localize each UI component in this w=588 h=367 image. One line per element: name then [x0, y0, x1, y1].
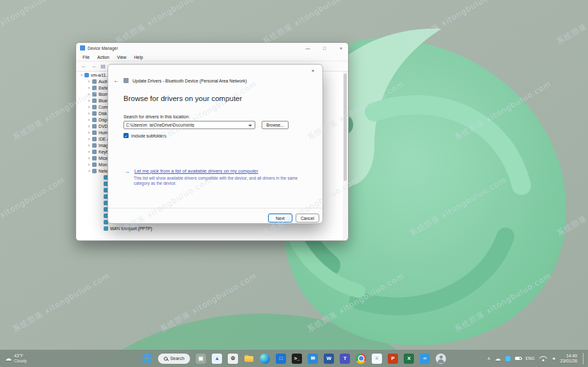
- include-subfolders-row[interactable]: ✓ Include subfolders: [123, 133, 166, 138]
- device-category-icon: [92, 118, 97, 122]
- weather-widget[interactable]: ☁ 43°F Cloudy: [5, 354, 27, 363]
- device-category-icon: [92, 162, 97, 167]
- chevron-expanded-icon[interactable]: ›: [79, 72, 84, 77]
- dialog-close-button[interactable]: ×: [303, 65, 322, 76]
- store-icon[interactable]: □: [276, 354, 286, 364]
- chevron-collapsed-icon[interactable]: ›: [86, 98, 91, 103]
- show-desktop-button[interactable]: [583, 353, 584, 364]
- search-icon: [164, 357, 168, 361]
- menu-action[interactable]: Action: [93, 55, 113, 59]
- word-icon[interactable]: W: [324, 354, 334, 364]
- cancel-button[interactable]: Cancel: [296, 214, 319, 223]
- device-category-icon: [92, 92, 97, 97]
- location-label: Search for drivers in this location:: [123, 114, 190, 119]
- tree-scrollbar[interactable]: [343, 72, 347, 240]
- tree-item-label: vm-w11...: [91, 73, 109, 77]
- chevron-collapsed-icon[interactable]: ›: [86, 105, 91, 109]
- desktop: Device Manager — □ × File Action View He…: [0, 0, 588, 367]
- chevron-collapsed-icon[interactable]: ›: [86, 92, 91, 97]
- taskbar-center-apps: Search ▣▲⚙□>_✉WT≡PX‹›: [142, 354, 446, 364]
- bluetooth-icon[interactable]: [505, 356, 511, 361]
- chevron-collapsed-icon[interactable]: ›: [86, 130, 91, 135]
- maximize-button[interactable]: □: [317, 43, 331, 53]
- device-category-icon: [92, 105, 97, 109]
- chevron-collapsed-icon[interactable]: ›: [86, 118, 91, 122]
- device-category-icon: [92, 130, 97, 135]
- forward-icon[interactable]: →: [90, 63, 97, 70]
- battery-icon[interactable]: [515, 357, 521, 361]
- device-category-icon: [92, 79, 97, 84]
- driver-location-combobox[interactable]: C:\Users\m_la\OneDrive\Documents: [123, 121, 255, 129]
- menu-view[interactable]: View: [113, 55, 131, 59]
- weather-condition: Cloudy: [14, 359, 27, 363]
- browse-button[interactable]: Browse...: [262, 121, 289, 129]
- back-arrow-icon[interactable]: ←: [113, 77, 120, 84]
- mail-icon[interactable]: ✉: [308, 354, 318, 364]
- update-drivers-dialog[interactable]: × ← Update Drivers - Bluetooth Device (P…: [107, 64, 323, 224]
- back-icon[interactable]: ←: [80, 63, 88, 70]
- driver-icon: [123, 78, 129, 83]
- scrollbar-thumb[interactable]: [344, 74, 347, 181]
- file-explorer-icon[interactable]: [244, 354, 254, 364]
- chevron-collapsed-icon[interactable]: ›: [86, 156, 91, 160]
- chevron-collapsed-icon[interactable]: ›: [86, 111, 91, 116]
- start-button[interactable]: [142, 354, 152, 364]
- computer-icon: [84, 73, 89, 77]
- include-subfolders-checkbox[interactable]: ✓: [123, 133, 129, 138]
- dialog-footer: Next Cancel: [108, 208, 322, 224]
- chrome-icon[interactable]: [356, 354, 366, 364]
- menu-help[interactable]: Help: [130, 55, 147, 59]
- show-tree-icon[interactable]: ▤: [99, 63, 107, 70]
- device-manager-app-icon: [80, 45, 85, 51]
- network-adapter-item[interactable]: WAN Miniport (PPTP): [76, 225, 343, 231]
- dialog-heading: Browse for drivers on your computer: [123, 95, 242, 102]
- pick-from-list-description: This list will show available drivers co…: [134, 176, 308, 186]
- devmgr-menubar: File Action View Help: [76, 53, 348, 61]
- next-button[interactable]: Next: [268, 214, 292, 223]
- network-icon[interactable]: [539, 355, 547, 361]
- volume-icon[interactable]: ◄: [552, 356, 556, 361]
- cloud-icon: ☁: [5, 355, 12, 362]
- device-category-icon: [92, 111, 97, 116]
- vscode-icon[interactable]: ‹›: [420, 354, 430, 364]
- user-account-icon[interactable]: [436, 354, 446, 364]
- devmgr-titlebar[interactable]: Device Manager — □ ×: [76, 43, 348, 53]
- terminal-icon[interactable]: >_: [292, 354, 302, 364]
- minimize-button[interactable]: —: [301, 43, 315, 53]
- hidden-icons-chevron-icon[interactable]: ∧: [487, 356, 490, 361]
- chevron-collapsed-icon[interactable]: ›: [86, 150, 91, 154]
- chevron-collapsed-icon[interactable]: ›: [86, 162, 91, 167]
- task-view-icon[interactable]: ▣: [196, 354, 206, 364]
- search-box[interactable]: Search: [158, 354, 190, 364]
- weather-temp: 43°F: [14, 354, 27, 359]
- pick-from-list-option[interactable]: → Let me pick from a list of available d…: [123, 168, 258, 174]
- language-indicator[interactable]: ENG: [526, 356, 535, 361]
- photos-icon[interactable]: ▲: [212, 354, 222, 364]
- chevron-down-icon[interactable]: [248, 125, 252, 127]
- clock-date: 23/01/26: [560, 359, 577, 364]
- device-category-icon: [92, 86, 97, 90]
- close-button[interactable]: ×: [334, 43, 348, 53]
- taskbar[interactable]: ☁ 43°F Cloudy Search ▣▲⚙□>_✉WT≡PX‹› ∧ ☁ …: [0, 350, 588, 367]
- teams-icon[interactable]: T: [340, 354, 350, 364]
- chevron-collapsed-icon[interactable]: ›: [86, 86, 91, 90]
- system-tray: ∧ ☁ ENG ◄ 14:40 23/01/26: [487, 353, 584, 364]
- clock[interactable]: 14:40 23/01/26: [560, 354, 577, 364]
- chevron-collapsed-icon[interactable]: ›: [86, 143, 91, 148]
- onedrive-icon[interactable]: ☁: [495, 355, 501, 362]
- device-category-icon: [92, 156, 97, 160]
- window-title: Device Manager: [88, 46, 298, 51]
- chevron-collapsed-icon[interactable]: ›: [86, 137, 91, 141]
- chevron-collapsed-icon[interactable]: ›: [86, 79, 91, 84]
- chevron-collapsed-icon[interactable]: ›: [86, 124, 91, 129]
- menu-file[interactable]: File: [79, 55, 93, 59]
- chevron-expanded-icon[interactable]: ›: [87, 168, 91, 173]
- pick-from-list-link[interactable]: Let me pick from a list of available dri…: [134, 168, 258, 174]
- settings-icon[interactable]: ⚙: [228, 354, 238, 364]
- edge-icon[interactable]: [260, 354, 270, 364]
- excel-icon[interactable]: X: [404, 354, 414, 364]
- notepad-icon[interactable]: ≡: [372, 354, 382, 364]
- include-subfolders-label: Include subfolders: [131, 134, 166, 138]
- powerpoint-icon[interactable]: P: [388, 354, 398, 364]
- search-label: Search: [170, 356, 184, 361]
